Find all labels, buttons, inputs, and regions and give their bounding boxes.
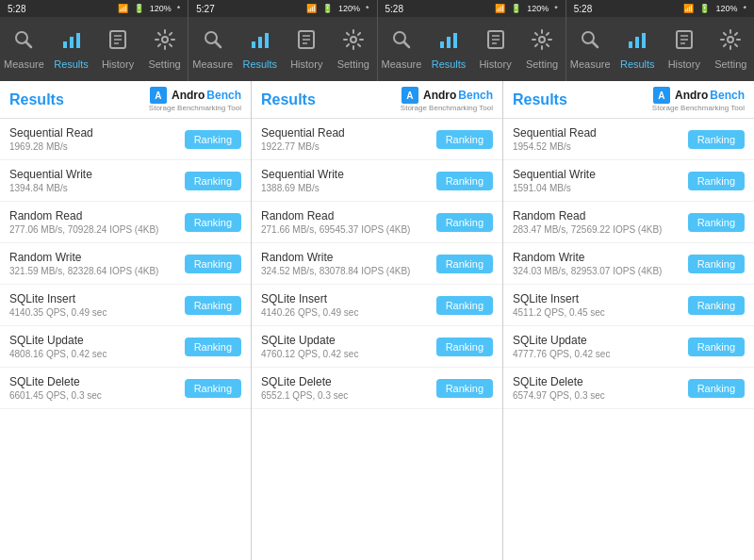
bench-info: Sequential Read 1922.77 MB/s (261, 126, 436, 152)
bench-info: Random Read 283.47 MB/s, 72569.22 IOPS (… (513, 209, 688, 235)
nav-setting-1[interactable]: Setting (141, 17, 188, 81)
nav-measure-4[interactable]: Measure (566, 17, 615, 81)
logo-icon-3: A (653, 87, 670, 104)
ranking-button[interactable]: Ranking (688, 130, 745, 149)
ranking-button[interactable]: Ranking (436, 255, 493, 273)
ranking-button[interactable]: Ranking (185, 338, 241, 356)
logo-bench-3: Bench (710, 89, 745, 102)
ranking-button[interactable]: Ranking (436, 379, 493, 398)
ranking-button[interactable]: Ranking (688, 255, 745, 273)
table-row: SQLite Delete 6574.97 QPS, 0.3 sec Ranki… (503, 368, 754, 409)
results-icon-1 (60, 28, 83, 55)
nav-results-4[interactable]: Results (615, 17, 661, 81)
nav-results-1[interactable]: Results (48, 17, 94, 81)
ranking-button[interactable]: Ranking (436, 213, 493, 232)
ranking-button[interactable]: Ranking (688, 213, 745, 232)
ranking-button[interactable]: Ranking (185, 379, 241, 398)
bench-value: 283.47 MB/s, 72569.22 IOPS (4KB) (513, 224, 688, 235)
bench-value: 6552.1 QPS, 0.3 sec (261, 390, 436, 401)
table-row: Sequential Read 1922.77 MB/s Ranking (252, 119, 502, 160)
nav-measure-2[interactable]: Measure (188, 17, 237, 81)
bench-list-1: Sequential Read 1969.28 MB/s Ranking Seq… (0, 119, 251, 409)
history-label-2: History (290, 58, 322, 70)
nav-setting-4[interactable]: Setting (708, 17, 754, 81)
svg-rect-23 (447, 37, 451, 48)
bench-info: SQLite Delete 6552.1 QPS, 0.3 sec (261, 375, 436, 401)
bench-info: SQLite Update 4760.12 QPS, 0.42 sec (261, 334, 436, 359)
svg-rect-2 (63, 41, 67, 48)
signal-icon-3: 📶 (495, 4, 505, 13)
logo-subtitle-1: Storage Benchmarking Tool (149, 104, 241, 112)
bench-name: Sequential Write (9, 168, 185, 181)
ranking-button[interactable]: Ranking (436, 130, 493, 149)
nav-history-3[interactable]: History (472, 17, 518, 81)
table-row: SQLite Insert 4140.35 QPS, 0.49 sec Rank… (0, 285, 251, 326)
nav-results-2[interactable]: Results (237, 17, 283, 81)
bench-value: 4760.12 QPS, 0.42 sec (261, 349, 436, 359)
nav-setting-3[interactable]: Setting (518, 17, 565, 81)
nav-measure-1[interactable]: Measure (0, 17, 48, 81)
setting-icon-3 (531, 28, 553, 55)
bench-name: Random Read (513, 209, 688, 222)
bench-name: SQLite Delete (9, 375, 185, 388)
nav-setting-2[interactable]: Setting (330, 17, 376, 81)
logo-bench-2: Bench (458, 89, 493, 102)
logo-subtitle-3: Storage Benchmarking Tool (652, 104, 745, 112)
bench-value: 4808.16 QPS, 0.42 sec (9, 349, 185, 359)
bench-info: Random Write 324.03 MB/s, 82953.07 IOPS … (513, 251, 688, 276)
ranking-button[interactable]: Ranking (688, 172, 745, 190)
battery-icon-4: 🔋 (699, 4, 710, 13)
nav-results-3[interactable]: Results (425, 17, 471, 81)
time-3: 5:28 (385, 4, 403, 14)
bench-name: Random Write (261, 251, 436, 264)
ranking-button[interactable]: Ranking (185, 172, 241, 190)
bench-name: Random Read (261, 209, 436, 222)
table-row: Sequential Read 1969.28 MB/s Ranking (0, 119, 251, 160)
bench-name: SQLite Update (261, 334, 436, 347)
bench-name: SQLite Insert (9, 292, 185, 305)
table-row: SQLite Delete 6552.1 QPS, 0.3 sec Rankin… (252, 368, 502, 409)
svg-rect-4 (76, 33, 80, 48)
ranking-button[interactable]: Ranking (436, 338, 493, 356)
nav-history-1[interactable]: History (94, 17, 140, 81)
svg-line-1 (26, 42, 32, 48)
bench-value: 4140.26 QPS, 0.49 sec (261, 307, 436, 318)
svg-point-19 (351, 37, 356, 42)
results-label-3: Results (432, 58, 467, 70)
results-panel-2: Results A AndroBench Storage Benchmarkin… (252, 81, 503, 560)
ranking-button[interactable]: Ranking (185, 296, 241, 315)
battery-icon-2: 🔋 (322, 4, 333, 13)
measure-icon-2 (202, 28, 224, 55)
nav-history-4[interactable]: History (661, 17, 707, 81)
bench-name: Sequential Read (9, 126, 185, 140)
ranking-button[interactable]: Ranking (185, 213, 241, 232)
history-icon-1 (107, 28, 129, 55)
nav-history-2[interactable]: History (284, 17, 330, 81)
bench-info: SQLite Update 4808.16 QPS, 0.42 sec (9, 334, 185, 359)
signal-icon-2: 📶 (306, 4, 317, 13)
bench-value: 277.06 MB/s, 70928.24 IOPS (4KB) (9, 224, 185, 235)
ranking-button[interactable]: Ranking (436, 172, 493, 190)
panel-header-1: Results A AndroBench Storage Benchmarkin… (0, 81, 251, 119)
bench-value: 1394.84 MB/s (9, 183, 185, 193)
measure-label-2: Measure (192, 58, 233, 70)
bench-value: 1591.04 MB/s (513, 183, 688, 193)
results-panel-3: Results A AndroBench Storage Benchmarkin… (503, 81, 754, 560)
table-row: SQLite Update 4777.76 QPS, 0.42 sec Rank… (503, 326, 754, 368)
bench-info: SQLite Insert 4140.35 QPS, 0.49 sec (9, 292, 185, 318)
ranking-button[interactable]: Ranking (185, 130, 241, 149)
svg-rect-13 (258, 37, 262, 48)
time-2: 5:27 (196, 4, 214, 14)
bench-name: SQLite Insert (261, 292, 436, 305)
ranking-button[interactable]: Ranking (688, 338, 745, 356)
bench-info: Sequential Read 1954.52 MB/s (513, 126, 688, 152)
nav-measure-3[interactable]: Measure (378, 17, 426, 81)
bench-info: SQLite Update 4777.76 QPS, 0.42 sec (513, 334, 688, 359)
ranking-button[interactable]: Ranking (688, 379, 745, 398)
ranking-button[interactable]: Ranking (688, 296, 745, 315)
ranking-button[interactable]: Ranking (436, 296, 493, 315)
ranking-button[interactable]: Ranking (185, 255, 241, 273)
panel-title-2: Results (261, 91, 316, 108)
panel-header-3: Results A AndroBench Storage Benchmarkin… (503, 81, 754, 119)
results-label-2: Results (242, 58, 277, 70)
